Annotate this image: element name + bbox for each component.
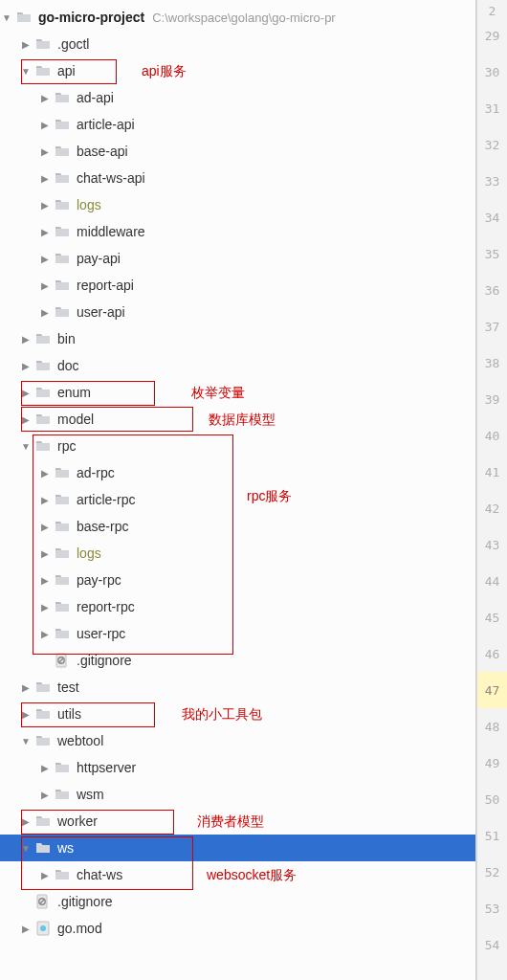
tree-row-user-rpc[interactable]: ▶user-rpc (0, 620, 475, 647)
chevron-right-icon[interactable]: ▶ (19, 922, 33, 935)
line-number: 34 (477, 199, 507, 235)
tree-row-pay-api[interactable]: ▶pay-api (0, 245, 475, 272)
tree-row-report-api[interactable]: ▶report-api (0, 272, 475, 299)
chevron-right-icon[interactable]: ▶ (38, 252, 52, 265)
tree-row-webtool[interactable]: ▼webtool (0, 727, 475, 754)
folder-icon (34, 357, 52, 374)
folder-icon (54, 303, 71, 321)
chevron-right-icon[interactable]: ▶ (19, 332, 33, 345)
tree-label: chat-ws-api (77, 170, 145, 186)
tree-row-article-api[interactable]: ▶article-api (0, 111, 475, 138)
tree-row-base-api[interactable]: ▶base-api (0, 138, 475, 165)
chevron-right-icon[interactable]: ▶ (38, 627, 52, 640)
chevron-down-icon[interactable]: ▼ (19, 734, 33, 747)
chevron-right-icon[interactable]: ▶ (38, 198, 52, 212)
chevron-right-icon[interactable]: ▶ (38, 520, 52, 533)
tree-row-go-micro-project[interactable]: ▼go-micro-projectC:\workspace\golang\go-… (0, 4, 475, 31)
tree-row-rpc[interactable]: ▼rpc (0, 433, 475, 459)
tree-label: report-rpc (77, 599, 135, 614)
chevron-right-icon[interactable]: ▶ (38, 788, 52, 801)
chevron-right-icon[interactable]: ▶ (38, 546, 52, 560)
chevron-right-icon[interactable]: ▶ (19, 680, 33, 694)
tree-row-httpserver[interactable]: ▶httpserver (0, 754, 475, 781)
tree-row-report-rpc[interactable]: ▶report-rpc (0, 593, 475, 620)
tree-row-ws[interactable]: ▼ws (0, 835, 475, 861)
chevron-right-icon[interactable]: ▶ (19, 707, 33, 721)
folder-icon (54, 116, 71, 133)
chevron-right-icon[interactable]: ▶ (19, 814, 33, 828)
chevron-right-icon[interactable]: ▶ (38, 118, 52, 131)
chevron-right-icon[interactable]: ▶ (19, 412, 33, 426)
tree-row-chat-ws-api[interactable]: ▶chat-ws-api (0, 165, 475, 191)
chevron-right-icon[interactable]: ▶ (19, 37, 33, 51)
chevron-right-icon[interactable]: ▶ (38, 466, 52, 479)
chevron-down-icon[interactable]: ▼ (19, 439, 33, 453)
line-number: 35 (477, 235, 507, 272)
tree-row-doc[interactable]: ▶doc (0, 352, 475, 379)
tree-row--gitignore[interactable]: .gitignore (0, 647, 475, 674)
tree-row-test[interactable]: ▶test (0, 674, 475, 701)
line-number: 31 (477, 90, 507, 126)
tree-row-model[interactable]: ▶model (0, 406, 475, 433)
line-number: 38 (477, 345, 507, 381)
line-number: 54 (477, 926, 507, 963)
chevron-right-icon[interactable]: ▶ (38, 145, 52, 158)
tree-row-logs[interactable]: ▶logs (0, 540, 475, 567)
tree-label: article-api (77, 117, 135, 132)
chevron-right-icon[interactable]: ▶ (19, 359, 33, 372)
chevron-right-icon[interactable]: ▶ (38, 600, 52, 613)
folder-icon (34, 384, 52, 401)
folder-icon (34, 679, 52, 696)
line-number: 40 (477, 417, 507, 454)
tree-row-base-rpc[interactable]: ▶base-rpc (0, 513, 475, 540)
chevron-right-icon[interactable]: ▶ (38, 91, 52, 104)
folder-icon (54, 759, 71, 776)
tree-label: go.mod (57, 921, 102, 936)
folder-icon (54, 571, 71, 589)
tree-row-user-api[interactable]: ▶user-api (0, 299, 475, 325)
folder-icon (54, 169, 71, 187)
tree-row-api[interactable]: ▼api (0, 57, 475, 84)
folder-icon (34, 437, 52, 455)
tree-row-utils[interactable]: ▶utils (0, 701, 475, 727)
tree-row-ad-rpc[interactable]: ▶ad-rpc (0, 459, 475, 486)
tree-label: base-rpc (77, 519, 128, 534)
tree-row-ad-api[interactable]: ▶ad-api (0, 84, 475, 111)
folder-icon (54, 786, 71, 803)
tree-row-chat-ws[interactable]: ▶chat-ws (0, 861, 475, 888)
chevron-right-icon[interactable]: ▶ (38, 305, 52, 319)
chevron-down-icon[interactable]: ▼ (0, 11, 13, 24)
chevron-right-icon[interactable]: ▶ (19, 386, 33, 399)
tree-row-enum[interactable]: ▶enum (0, 379, 475, 406)
folder-icon (34, 813, 52, 830)
chevron-right-icon[interactable]: ▶ (38, 868, 52, 881)
chevron-right-icon[interactable]: ▶ (38, 761, 52, 774)
go-file-icon (34, 920, 52, 937)
tree-row--gitignore[interactable]: .gitignore (0, 888, 475, 915)
tree-row-pay-rpc[interactable]: ▶pay-rpc (0, 567, 475, 593)
chevron-right-icon[interactable]: ▶ (38, 278, 52, 292)
folder-icon (54, 625, 71, 642)
line-number: 48 (477, 708, 507, 745)
tree-label: middleware (77, 224, 145, 239)
chevron-right-icon[interactable]: ▶ (38, 573, 52, 587)
tree-row-article-rpc[interactable]: ▶article-rpc (0, 486, 475, 513)
chevron-right-icon[interactable]: ▶ (38, 171, 52, 185)
chevron-right-icon[interactable]: ▶ (38, 225, 52, 238)
tree-row-bin[interactable]: ▶bin (0, 325, 475, 352)
tree-row-worker[interactable]: ▶worker (0, 808, 475, 835)
tree-label: .gitignore (77, 653, 132, 668)
tree-row-logs[interactable]: ▶logs (0, 191, 475, 218)
chevron-right-icon[interactable]: ▶ (38, 493, 52, 506)
tree-label: ad-rpc (77, 465, 115, 480)
tree-label: user-api (77, 304, 125, 320)
tree-label: logs (77, 546, 101, 561)
tree-row-go-mod[interactable]: ▶go.mod (0, 915, 475, 942)
chevron-down-icon[interactable]: ▼ (19, 64, 33, 78)
tree-row-middleware[interactable]: ▶middleware (0, 218, 475, 245)
tree-label: doc (57, 358, 79, 373)
chevron-down-icon[interactable]: ▼ (19, 841, 33, 855)
tree-row-wsm[interactable]: ▶wsm (0, 781, 475, 808)
folder-icon (34, 705, 52, 723)
tree-row--goctl[interactable]: ▶.goctl (0, 31, 475, 57)
